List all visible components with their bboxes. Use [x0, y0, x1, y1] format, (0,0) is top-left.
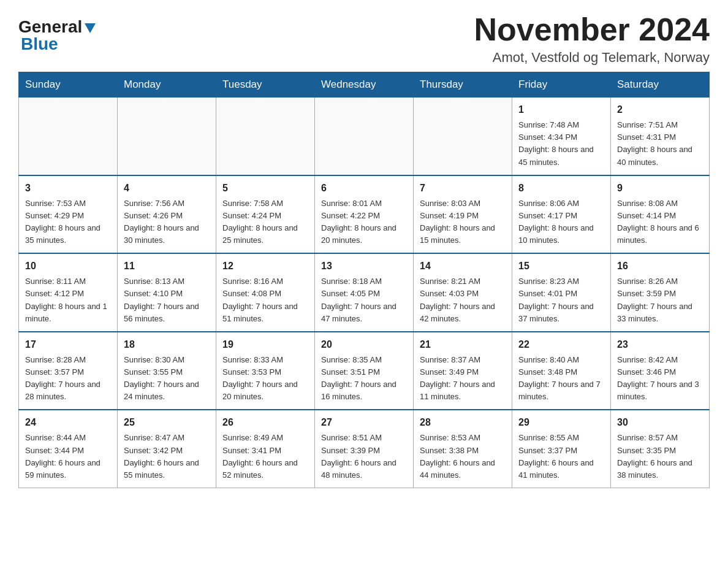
day-info: Sunrise: 7:51 AMSunset: 4:31 PMDaylight:… — [617, 120, 692, 166]
day-info: Sunrise: 8:13 AMSunset: 4:10 PMDaylight:… — [124, 277, 199, 323]
calendar-week-row: 24Sunrise: 8:44 AMSunset: 3:44 PMDayligh… — [19, 410, 710, 488]
calendar-cell: 4Sunrise: 7:56 AMSunset: 4:26 PMDaylight… — [118, 175, 216, 254]
location-subtitle: Amot, Vestfold og Telemark, Norway — [474, 50, 710, 66]
day-info: Sunrise: 8:01 AMSunset: 4:22 PMDaylight:… — [321, 199, 396, 245]
weekday-header-sunday: Sunday — [19, 72, 118, 98]
day-info: Sunrise: 8:11 AMSunset: 4:12 PMDaylight:… — [25, 277, 107, 323]
day-info: Sunrise: 8:26 AMSunset: 3:59 PMDaylight:… — [617, 277, 692, 323]
day-info: Sunrise: 8:55 AMSunset: 3:37 PMDaylight:… — [518, 433, 594, 479]
day-number: 23 — [617, 337, 703, 352]
calendar-cell: 16Sunrise: 8:26 AMSunset: 3:59 PMDayligh… — [611, 253, 710, 332]
calendar-cell — [19, 98, 118, 175]
day-number: 1 — [518, 102, 604, 117]
calendar-cell: 27Sunrise: 8:51 AMSunset: 3:39 PMDayligh… — [315, 410, 414, 488]
day-number: 24 — [25, 415, 111, 430]
calendar-cell — [118, 98, 216, 175]
title-area: November 2024 Amot, Vestfold og Telemark… — [474, 12, 710, 66]
day-number: 29 — [518, 415, 604, 430]
calendar-table: SundayMondayTuesdayWednesdayThursdayFrid… — [18, 72, 710, 488]
logo-triangle-icon — [83, 21, 97, 34]
calendar-cell: 23Sunrise: 8:42 AMSunset: 3:46 PMDayligh… — [611, 332, 710, 410]
day-info: Sunrise: 8:53 AMSunset: 3:38 PMDaylight:… — [420, 433, 495, 479]
weekday-header-tuesday: Tuesday — [216, 72, 315, 98]
calendar-cell: 30Sunrise: 8:57 AMSunset: 3:35 PMDayligh… — [611, 410, 710, 488]
day-info: Sunrise: 8:18 AMSunset: 4:05 PMDaylight:… — [321, 277, 396, 323]
day-info: Sunrise: 8:57 AMSunset: 3:35 PMDaylight:… — [617, 433, 692, 479]
day-number: 10 — [25, 259, 111, 274]
day-info: Sunrise: 8:30 AMSunset: 3:55 PMDaylight:… — [124, 355, 199, 401]
day-number: 11 — [124, 259, 210, 274]
day-number: 25 — [124, 415, 210, 430]
day-number: 8 — [518, 181, 604, 196]
calendar-cell: 29Sunrise: 8:55 AMSunset: 3:37 PMDayligh… — [512, 410, 611, 488]
svg-marker-0 — [85, 23, 96, 33]
calendar-cell: 17Sunrise: 8:28 AMSunset: 3:57 PMDayligh… — [19, 332, 118, 410]
day-info: Sunrise: 8:06 AMSunset: 4:17 PMDaylight:… — [518, 199, 594, 245]
day-number: 5 — [222, 181, 308, 196]
calendar-cell: 22Sunrise: 8:40 AMSunset: 3:48 PMDayligh… — [512, 332, 611, 410]
day-number: 28 — [420, 415, 506, 430]
weekday-header-row: SundayMondayTuesdayWednesdayThursdayFrid… — [19, 72, 710, 98]
calendar-cell: 11Sunrise: 8:13 AMSunset: 4:10 PMDayligh… — [118, 253, 216, 332]
calendar-cell: 14Sunrise: 8:21 AMSunset: 4:03 PMDayligh… — [414, 253, 512, 332]
calendar-cell: 7Sunrise: 8:03 AMSunset: 4:19 PMDaylight… — [414, 175, 512, 254]
calendar-cell: 18Sunrise: 8:30 AMSunset: 3:55 PMDayligh… — [118, 332, 216, 410]
day-number: 27 — [321, 415, 407, 430]
weekday-header-saturday: Saturday — [611, 72, 710, 98]
day-number: 17 — [25, 337, 111, 352]
day-info: Sunrise: 8:42 AMSunset: 3:46 PMDaylight:… — [617, 355, 699, 401]
calendar-cell: 26Sunrise: 8:49 AMSunset: 3:41 PMDayligh… — [216, 410, 315, 488]
day-number: 7 — [420, 181, 506, 196]
calendar-cell — [216, 98, 315, 175]
day-info: Sunrise: 8:44 AMSunset: 3:44 PMDaylight:… — [25, 433, 100, 479]
day-info: Sunrise: 7:56 AMSunset: 4:26 PMDaylight:… — [124, 199, 199, 245]
day-info: Sunrise: 8:35 AMSunset: 3:51 PMDaylight:… — [321, 355, 396, 401]
calendar-cell: 5Sunrise: 7:58 AMSunset: 4:24 PMDaylight… — [216, 175, 315, 254]
day-info: Sunrise: 8:37 AMSunset: 3:49 PMDaylight:… — [420, 355, 495, 401]
calendar-cell: 15Sunrise: 8:23 AMSunset: 4:01 PMDayligh… — [512, 253, 611, 332]
logo: General Blue — [18, 18, 97, 53]
day-number: 9 — [617, 181, 703, 196]
calendar-cell — [315, 98, 414, 175]
day-number: 26 — [222, 415, 308, 430]
day-number: 21 — [420, 337, 506, 352]
logo-blue-text: Blue — [21, 36, 58, 53]
calendar-cell — [414, 98, 512, 175]
day-number: 12 — [222, 259, 308, 274]
calendar-cell: 6Sunrise: 8:01 AMSunset: 4:22 PMDaylight… — [315, 175, 414, 254]
calendar-cell: 1Sunrise: 7:48 AMSunset: 4:34 PMDaylight… — [512, 98, 611, 175]
calendar-cell: 19Sunrise: 8:33 AMSunset: 3:53 PMDayligh… — [216, 332, 315, 410]
weekday-header-wednesday: Wednesday — [315, 72, 414, 98]
day-info: Sunrise: 8:51 AMSunset: 3:39 PMDaylight:… — [321, 433, 396, 479]
day-number: 2 — [617, 102, 703, 117]
month-year-title: November 2024 — [474, 12, 710, 47]
day-info: Sunrise: 8:49 AMSunset: 3:41 PMDaylight:… — [222, 433, 298, 479]
day-number: 15 — [518, 259, 604, 274]
day-number: 16 — [617, 259, 703, 274]
day-info: Sunrise: 8:21 AMSunset: 4:03 PMDaylight:… — [420, 277, 495, 323]
day-number: 3 — [25, 181, 111, 196]
calendar-cell: 2Sunrise: 7:51 AMSunset: 4:31 PMDaylight… — [611, 98, 710, 175]
weekday-header-thursday: Thursday — [414, 72, 512, 98]
calendar-cell: 13Sunrise: 8:18 AMSunset: 4:05 PMDayligh… — [315, 253, 414, 332]
day-number: 14 — [420, 259, 506, 274]
day-number: 22 — [518, 337, 604, 352]
day-number: 6 — [321, 181, 407, 196]
calendar-week-row: 10Sunrise: 8:11 AMSunset: 4:12 PMDayligh… — [19, 253, 710, 332]
calendar-week-row: 1Sunrise: 7:48 AMSunset: 4:34 PMDaylight… — [19, 98, 710, 175]
day-number: 20 — [321, 337, 407, 352]
calendar-cell: 12Sunrise: 8:16 AMSunset: 4:08 PMDayligh… — [216, 253, 315, 332]
day-info: Sunrise: 8:03 AMSunset: 4:19 PMDaylight:… — [420, 199, 495, 245]
calendar-week-row: 17Sunrise: 8:28 AMSunset: 3:57 PMDayligh… — [19, 332, 710, 410]
day-number: 18 — [124, 337, 210, 352]
calendar-cell: 3Sunrise: 7:53 AMSunset: 4:29 PMDaylight… — [19, 175, 118, 254]
day-info: Sunrise: 8:47 AMSunset: 3:42 PMDaylight:… — [124, 433, 199, 479]
day-info: Sunrise: 8:28 AMSunset: 3:57 PMDaylight:… — [25, 355, 100, 401]
day-number: 4 — [124, 181, 210, 196]
calendar-cell: 21Sunrise: 8:37 AMSunset: 3:49 PMDayligh… — [414, 332, 512, 410]
day-info: Sunrise: 8:16 AMSunset: 4:08 PMDaylight:… — [222, 277, 298, 323]
day-info: Sunrise: 7:53 AMSunset: 4:29 PMDaylight:… — [25, 199, 100, 245]
calendar-cell: 25Sunrise: 8:47 AMSunset: 3:42 PMDayligh… — [118, 410, 216, 488]
calendar-cell: 24Sunrise: 8:44 AMSunset: 3:44 PMDayligh… — [19, 410, 118, 488]
calendar-cell: 28Sunrise: 8:53 AMSunset: 3:38 PMDayligh… — [414, 410, 512, 488]
